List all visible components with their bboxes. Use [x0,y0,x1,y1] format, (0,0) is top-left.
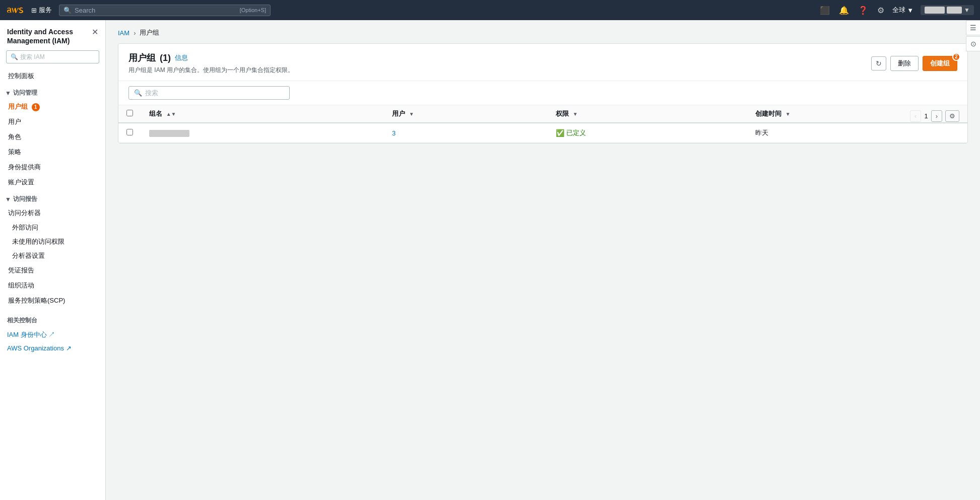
sidebar-item-dashboard[interactable]: 控制面板 [0,68,105,84]
sidebar-aws-organizations-link[interactable]: AWS Organizations ↗ [0,342,105,354]
breadcrumb-current: 用户组 [140,28,159,37]
cloud-shell-button[interactable]: ⬛ [819,5,831,16]
sidebar-item-access-analyzer[interactable]: 访问分析器 [0,205,105,221]
table-settings-button[interactable]: ⚙ [945,110,959,122]
sidebar-item-policies[interactable]: 策略 [0,145,105,160]
sidebar-related-label: 相关控制台 [0,308,105,328]
chevron-down-icon: ▼ [907,7,913,14]
settings-button[interactable]: ⚙ [876,5,885,16]
sidebar-item-roles[interactable]: 角色 [0,129,105,145]
sidebar-header: Identity and Access Management (IAM) ✕ [0,20,105,50]
global-search-bar: 🔍 [Option+S] [59,5,271,16]
refresh-button[interactable]: ↻ [871,56,886,70]
sidebar-category-access-reports[interactable]: ▼ 访问报告 [0,190,105,205]
page-number: 1 [924,112,928,120]
account-menu[interactable]: ▼ [921,5,974,15]
sidebar: Identity and Access Management (IAM) ✕ 🔍… [0,20,106,500]
table-search-input[interactable] [145,89,284,97]
row-checkbox-cell [118,123,141,143]
search-icon: 🔍 [63,7,72,14]
bell-icon: 🔔 [839,6,849,15]
sidebar-iam-identity-center-link[interactable]: IAM 身份中心 ↗ [0,328,105,342]
row-created-cell: 昨天 [747,123,967,143]
row-users-link[interactable]: 3 [392,129,396,137]
create-group-button[interactable]: 创建组 2 [923,56,957,71]
sort-icon-created: ▼ [786,111,791,117]
sidebar-category-access-management[interactable]: ▼ 访问管理 [0,84,105,99]
panel-info-link[interactable]: 信息 [175,53,188,62]
panel-description: 用户组是 IAM 用户的集合。使用组为一个用户集合指定权限。 [128,64,294,75]
sidebar-search-input[interactable] [20,53,95,60]
sidebar-item-user-groups[interactable]: 用户组 1 [0,99,105,114]
top-nav: ⊞ 服务 🔍 [Option+S] ⬛ 🔔 ❓ ⚙ 全球 ▼ ▼ [0,0,980,20]
account-id [947,7,962,14]
search-icon-table: 🔍 [134,89,142,97]
sidebar-item-analyzer-settings[interactable]: 分析器设置 [0,249,105,263]
sidebar-item-identity-providers[interactable]: 身份提供商 [0,160,105,175]
panel-title-area: 用户组 (1) 信息 用户组是 IAM 用户的集合。使用组为一个用户集合指定权限… [128,52,294,75]
sort-icon-users: ▼ [409,111,414,117]
chevron-down-icon-access: ▼ [5,90,11,97]
sidebar-item-unused-access[interactable]: 未使用的访问权限 [0,235,105,249]
grid-icon: ⊞ [31,7,37,14]
sidebar-item-credential-report[interactable]: 凭证报告 [0,263,105,278]
sidebar-item-users[interactable]: 用户 [0,114,105,129]
prev-page-button[interactable]: ‹ [910,110,921,122]
panel-title: 用户组 [128,52,156,64]
panel-count: (1) [160,53,171,63]
right-side-panel: ☰ ⊙ [966,20,980,51]
next-page-button[interactable]: › [931,110,942,122]
user-groups-table: 组名 ▲▼ 用户 ▼ 权限 ▼ [118,105,967,143]
notifications-button[interactable]: 🔔 [838,5,850,16]
table-container: ‹ 1 › ⚙ 组名 ▲▼ [118,105,967,143]
sidebar-item-scp[interactable]: 服务控制策略(SCP) [0,293,105,308]
header-permissions[interactable]: 权限 ▼ [548,105,747,123]
panel-title-row: 用户组 (1) 信息 [128,52,294,64]
search-icon-sidebar: 🔍 [11,53,18,60]
select-all-checkbox[interactable] [126,110,133,116]
sidebar-item-org-activity[interactable]: 组织活动 [0,278,105,293]
side-panel-icon-1[interactable]: ☰ [966,20,980,35]
search-shortcut: [Option+S] [240,7,266,13]
services-menu-button[interactable]: ⊞ 服务 [28,4,55,17]
check-circle-icon: ✅ [556,129,564,137]
table-search-box[interactable]: 🔍 [128,86,290,100]
row-checkbox[interactable] [126,129,133,135]
header-name[interactable]: 组名 ▲▼ [141,105,384,123]
breadcrumb-iam[interactable]: IAM [118,29,129,37]
header-checkbox-col [118,105,141,123]
row-name-link[interactable] [149,130,189,137]
support-button[interactable]: ❓ [857,5,869,16]
status-defined: ✅ 已定义 [556,128,739,137]
row-users-cell: 3 [384,123,548,143]
row-name-cell [141,123,384,143]
page-layout: Identity and Access Management (IAM) ✕ 🔍… [0,20,980,500]
header-users[interactable]: 用户 ▼ [384,105,548,123]
sidebar-item-external-access[interactable]: 外部访问 [0,221,105,235]
side-panel-icon-2[interactable]: ⊙ [966,36,980,51]
sort-icon-permissions: ▼ [573,111,578,117]
global-search-input[interactable] [75,7,237,14]
question-icon: ❓ [858,6,868,15]
status-text: 已定义 [566,128,586,137]
create-badge: 2 [952,53,960,61]
row-permissions-cell: ✅ 已定义 [548,123,747,143]
panel-header: 用户组 (1) 信息 用户组是 IAM 用户的集合。使用组为一个用户集合指定权限… [118,44,967,81]
sidebar-close-button[interactable]: ✕ [92,27,98,37]
aws-logo [6,5,24,16]
terminal-icon: ⬛ [820,6,830,15]
chevron-down-icon-reports: ▼ [5,196,11,203]
panel-toolbar: ↻ 删除 创建组 2 [871,56,957,71]
table-header-row: 组名 ▲▼ 用户 ▼ 权限 ▼ [118,105,967,123]
sidebar-search-container: 🔍 [0,50,105,68]
sidebar-search-box[interactable]: 🔍 [6,50,99,63]
table-row: 3 ✅ 已定义 昨天 [118,123,967,143]
user-groups-badge: 1 [32,103,40,111]
main-content: IAM › 用户组 用户组 (1) 信息 用户组是 IAM 用户的集合。使用组为… [106,20,980,500]
delete-button[interactable]: 删除 [890,56,919,71]
sidebar-item-account-settings[interactable]: 账户设置 [0,175,105,190]
user-groups-panel: 用户组 (1) 信息 用户组是 IAM 用户的集合。使用组为一个用户集合指定权限… [118,43,968,144]
sort-icon-name: ▲▼ [166,111,176,117]
nav-right-controls: ⬛ 🔔 ❓ ⚙ 全球 ▼ ▼ [819,5,974,16]
region-selector[interactable]: 全球 ▼ [892,6,913,15]
